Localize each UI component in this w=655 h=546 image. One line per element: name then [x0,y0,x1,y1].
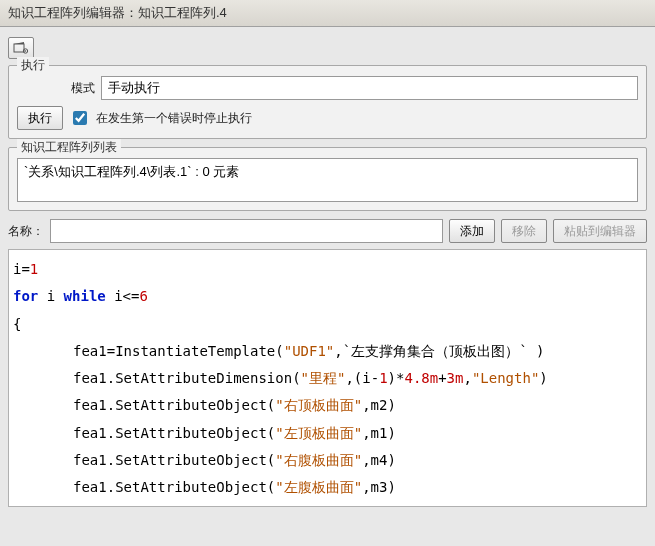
name-row: 名称： 添加 移除 粘贴到编辑器 [8,219,647,243]
list-item[interactable]: `关系\知识工程阵列.4\列表.1` : 0 元素 [24,163,631,181]
paste-button: 粘贴到编辑器 [553,219,647,243]
toolbar [8,33,647,65]
remove-button: 移除 [501,219,547,243]
stop-on-error-label: 在发生第一个错误时停止执行 [96,110,252,127]
mode-label: 模式 [71,80,95,97]
svg-rect-0 [14,44,24,52]
add-button[interactable]: 添加 [449,219,495,243]
name-input[interactable] [50,219,443,243]
window-titlebar: 知识工程阵列编辑器：知识工程阵列.4 [0,0,655,27]
mode-input[interactable] [101,76,638,100]
clapper-gear-icon [13,41,29,55]
array-listbox[interactable]: `关系\知识工程阵列.4\列表.1` : 0 元素 [17,158,638,202]
exec-group: 执行 模式 执行 在发生第一个错误时停止执行 [8,65,647,139]
svg-point-2 [25,50,27,52]
execute-button[interactable]: 执行 [17,106,63,130]
name-label: 名称： [8,223,44,240]
list-group-legend: 知识工程阵列列表 [17,139,121,156]
exec-group-legend: 执行 [17,57,49,74]
list-group: 知识工程阵列列表 `关系\知识工程阵列.4\列表.1` : 0 元素 [8,147,647,211]
window-title: 知识工程阵列编辑器：知识工程阵列.4 [8,5,227,20]
settings-button[interactable] [8,37,34,59]
stop-on-error-checkbox[interactable] [73,111,87,125]
code-editor[interactable]: i=1 for i while i<=6 { fea1=InstantiateT… [8,249,647,507]
